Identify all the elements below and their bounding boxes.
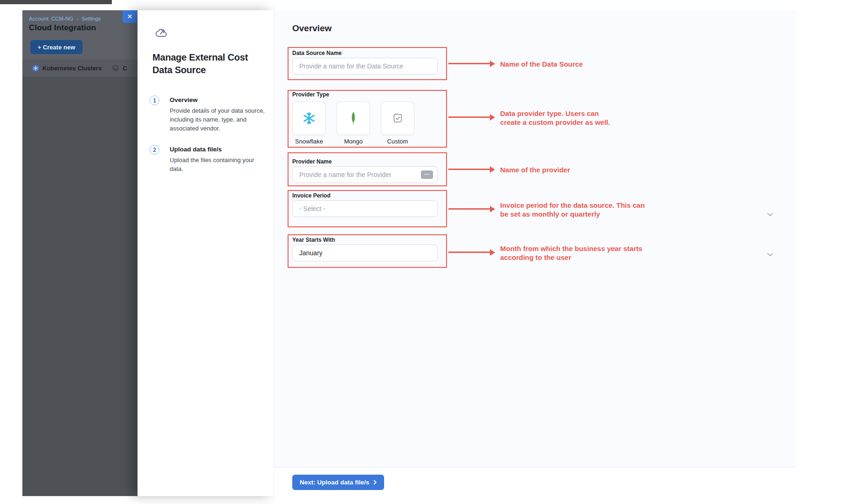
chevron-down-icon[interactable] (767, 210, 773, 218)
tab-cloud-partial[interactable]: C (112, 65, 127, 72)
next-upload-data-files-button[interactable]: Next: Upload data file/s (292, 475, 384, 490)
step-1-number: 1 (153, 97, 156, 104)
custom-provider-icon (392, 112, 404, 124)
annotation-text-provider-type: Data provider type. Users cancreate a cu… (500, 109, 610, 127)
breadcrumb-settings-link[interactable]: Settings (82, 16, 101, 21)
year-starts-with-select[interactable]: January (292, 245, 438, 261)
window-residue-strip (0, 0, 112, 4)
invoice-period-label: Invoice Period (292, 192, 330, 199)
annotation-text-year-starts-with: Month from which the business year start… (500, 244, 642, 262)
provider-name-input[interactable] (292, 166, 438, 183)
cloud-export-icon (154, 26, 169, 42)
step-1-indicator[interactable]: 1 (150, 95, 159, 105)
expression-badge-icon[interactable]: ⋯ (421, 170, 433, 179)
mongo-leaf-icon (350, 111, 357, 125)
step-2-title[interactable]: Upload data file/s (170, 146, 222, 153)
annotation-arrow-icon (448, 252, 490, 253)
breadcrumb[interactable]: Account: CCM-NG › Settings (29, 16, 101, 21)
provider-mongo-label: Mongo (332, 138, 374, 145)
breadcrumb-separator-icon: › (76, 16, 78, 21)
step-1-title[interactable]: Overview (170, 96, 198, 103)
provider-name-field-wrap: ⋯ (292, 166, 438, 183)
provider-card-mongo[interactable] (337, 102, 370, 135)
provider-name-label: Provider Name (292, 158, 332, 165)
create-new-button[interactable]: + Create new (30, 40, 83, 54)
annotation-text-data-source-name: Name of the Data Source (500, 60, 583, 68)
annotation-text-provider-name: Name of the provider (500, 165, 570, 174)
step-1-description: Provide details of your data source, inc… (170, 106, 268, 133)
tab-kubernetes-label: Kubernetes Clusters (42, 65, 102, 72)
data-source-name-label: Data Source Name (292, 50, 342, 56)
annotation-arrow-icon (448, 208, 490, 210)
provider-custom-label: Custom (377, 138, 419, 145)
step-2-number: 2 (153, 147, 156, 153)
annotation-arrow-icon (448, 169, 490, 170)
annotation-arrow-icon (448, 116, 490, 118)
page-header: Account: CCM-NG › Settings Cloud Integra… (22, 10, 138, 60)
provider-card-snowflake[interactable] (292, 102, 326, 135)
dimmed-background-page: Account: CCM-NG › Settings Cloud Integra… (22, 10, 138, 496)
annotation-text-invoice-period: Invoice period for the data source. This… (500, 201, 645, 218)
form-heading: Overview (292, 23, 332, 34)
drawer-stepper-panel (138, 10, 274, 496)
step-2-indicator[interactable]: 2 (150, 145, 159, 155)
close-icon: ✕ (127, 13, 132, 20)
drawer-content-panel (274, 10, 796, 467)
provider-card-custom[interactable] (381, 102, 414, 135)
cloud-tab-icon (112, 65, 120, 72)
step-2-description: Upload the files containing your data. (170, 156, 268, 173)
breadcrumb-account-link[interactable]: Account: CCM-NG (29, 16, 73, 21)
provider-snowflake-label: Snowflake (288, 138, 330, 145)
tab-kubernetes-clusters[interactable]: Kubernetes Clusters (32, 65, 102, 72)
chevron-down-icon[interactable] (767, 250, 773, 259)
tab-bar: Kubernetes Clusters C (22, 60, 138, 77)
data-source-name-input[interactable] (292, 58, 438, 75)
close-button[interactable]: ✕ (123, 10, 137, 23)
snowflake-icon (302, 111, 316, 126)
year-starts-with-label: Year Starts With (292, 237, 335, 243)
year-starts-with-value: January (299, 249, 323, 257)
invoice-period-select[interactable]: - Select - (292, 200, 438, 217)
tab-cloud-partial-label: C (123, 65, 127, 72)
page-title: Cloud Integration (29, 23, 96, 33)
invoice-period-placeholder: - Select - (299, 205, 325, 212)
kubernetes-icon (32, 65, 39, 72)
chevron-right-icon (373, 480, 377, 485)
next-button-label: Next: Upload data file/s (300, 479, 369, 486)
annotation-arrow-icon (448, 63, 490, 64)
provider-type-label: Provider Type (292, 91, 329, 98)
drawer-title: Manage External Cost Data Source (152, 51, 267, 76)
